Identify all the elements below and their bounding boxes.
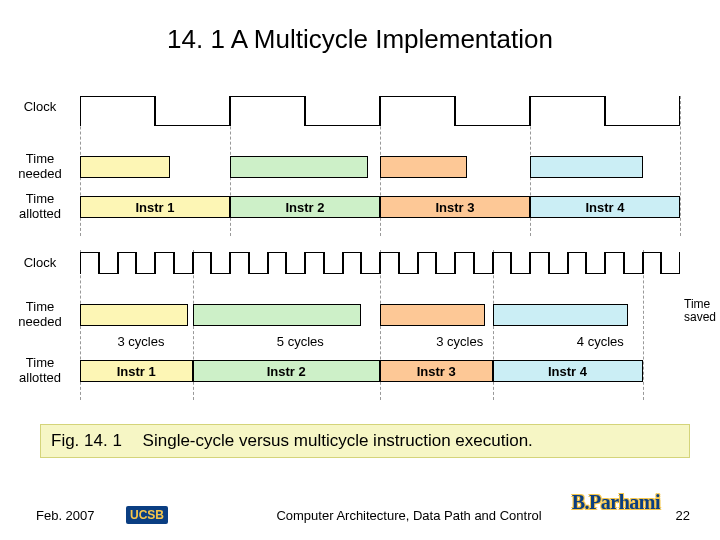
sc-needed-gap <box>643 156 681 178</box>
sc-needed-gap <box>467 156 530 178</box>
figure-text: Single-cycle versus multicycle instructi… <box>143 431 533 450</box>
label-time-allotted-mc: Time allotted <box>0 356 80 386</box>
page-title: 14. 1 A Multicycle Implementation <box>0 24 720 55</box>
sc-needed-row <box>80 156 680 178</box>
figure-caption: Fig. 14. 1 Single-cycle versus multicycl… <box>40 424 690 458</box>
cycle-count-label: 5 cycles <box>207 334 395 349</box>
sc-needed-seg <box>530 156 643 178</box>
footer-date: Feb. 2007 <box>36 508 126 523</box>
mc-needed-gap <box>361 304 380 326</box>
multi-cycle-clock <box>80 252 680 274</box>
sc-needed-gap <box>170 156 230 178</box>
sc-allotted-seg: Instr 2 <box>230 196 380 218</box>
label-time-needed-sc: Time needed <box>0 152 80 182</box>
mc-needed-seg <box>380 304 485 326</box>
cycle-count-label: 3 cycles <box>403 334 516 349</box>
mc-cycle-labels: 3 cycles5 cycles3 cycles4 cycles <box>80 334 680 349</box>
mc-needed-row <box>80 304 680 326</box>
cycle-count-label: 3 cycles <box>85 334 198 349</box>
label-time-allotted-sc: Time allotted <box>0 192 80 222</box>
sc-allotted-row: Instr 1Instr 2Instr 3Instr 4 <box>80 196 680 218</box>
mc-needed-gap <box>628 304 643 326</box>
label-clock-sc: Clock <box>0 100 80 115</box>
ucsb-badge: UCSB <box>126 506 168 524</box>
label-time-saved: Time saved <box>684 298 716 324</box>
mc-allotted-seg: Instr 1 <box>80 360 193 382</box>
author-signature: B.Parhami <box>572 491 660 514</box>
figure-number: Fig. 14. 1 <box>51 431 122 450</box>
sc-allotted-seg: Instr 4 <box>530 196 680 218</box>
mc-allotted-seg: Instr 2 <box>193 360 381 382</box>
mc-allotted-seg: Instr 4 <box>493 360 643 382</box>
sc-needed-seg <box>380 156 467 178</box>
cycle-count-label: 4 cycles <box>525 334 675 349</box>
ucsb-logo: UCSB <box>126 506 168 524</box>
sc-needed-gap <box>368 156 380 178</box>
mc-allotted-seg: Instr 3 <box>380 360 493 382</box>
mc-needed-seg <box>493 304 628 326</box>
label-clock-mc: Clock <box>0 256 80 271</box>
sc-allotted-seg: Instr 1 <box>80 196 230 218</box>
mc-needed-seg <box>193 304 362 326</box>
mc-needed-gap <box>485 304 493 326</box>
sc-needed-seg <box>230 156 368 178</box>
sc-needed-seg <box>80 156 170 178</box>
sc-allotted-seg: Instr 3 <box>380 196 530 218</box>
mc-allotted-row: Instr 1Instr 2Instr 3Instr 4 <box>80 360 680 382</box>
label-time-needed-mc: Time needed <box>0 300 80 330</box>
single-cycle-clock <box>80 96 680 126</box>
mc-needed-seg <box>80 304 188 326</box>
